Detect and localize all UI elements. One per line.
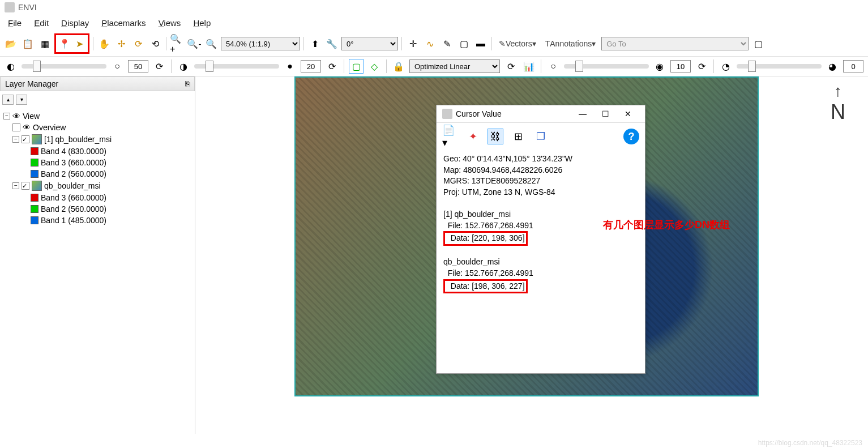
grid-icon[interactable]: ⊞	[510, 129, 526, 144]
expander-icon[interactable]: −	[12, 136, 19, 143]
reset2-icon[interactable]: ⟳	[324, 59, 339, 74]
checkbox[interactable]	[12, 123, 20, 131]
checkbox[interactable]	[22, 135, 29, 143]
roi-icon[interactable]: ▢	[456, 36, 471, 51]
sharp-end-icon: ◉	[652, 59, 667, 74]
expander-icon[interactable]: −	[3, 113, 10, 120]
wave-icon[interactable]: ∿	[422, 36, 437, 51]
compass-label: N	[831, 100, 845, 124]
menu-edit[interactable]: Edit	[34, 18, 49, 28]
transparency-slider[interactable]	[737, 64, 822, 69]
reset4-icon[interactable]: ⟳	[694, 59, 709, 74]
clipboard-icon[interactable]: 📋	[20, 36, 35, 51]
bright-end-icon: ○	[110, 59, 125, 74]
eye-icon[interactable]: 👁	[12, 112, 20, 121]
tree-layer2-node[interactable]: − qb_boulder_msi	[3, 180, 191, 192]
band-row[interactable]: Band 1 (485.0000)	[3, 215, 191, 226]
panel-header: Layer Manager ⎘	[0, 76, 195, 91]
fly-icon[interactable]: ✢	[114, 36, 129, 51]
vectors-dropdown[interactable]: ✎ Vectors ▾	[495, 36, 540, 51]
menu-file[interactable]: File	[8, 18, 22, 28]
extra-icon[interactable]: ▢	[751, 36, 766, 51]
proj-line: Proj: UTM, Zone 13 N, WGS-84	[443, 187, 638, 198]
band-row[interactable]: Band 2 (560.0000)	[3, 168, 191, 180]
band-blue-icon	[31, 170, 39, 178]
zoom-select[interactable]: 54.0% (1:1.9)	[221, 37, 300, 50]
pan-icon[interactable]: ✋	[97, 36, 112, 51]
reset1-icon[interactable]: ⟳	[152, 59, 166, 74]
separator	[93, 37, 93, 50]
band-row[interactable]: Band 3 (660.0000)	[3, 157, 191, 168]
band-label: Band 4 (830.0000)	[41, 147, 106, 156]
collapse-down-icon[interactable]: ▾	[16, 95, 27, 105]
tool-b-icon[interactable]: 🔧	[324, 36, 339, 51]
scale-icon[interactable]: ▬	[473, 36, 488, 51]
stack-icon[interactable]: ❐	[533, 129, 549, 144]
collapse-up-icon[interactable]: ▴	[2, 95, 14, 105]
image-canvas[interactable]: ↑ N Cursor Value — ☐ ✕ 📄▾ ✦ ⛓ ⊞ ❐ ? Geo:…	[195, 76, 868, 434]
menu-placemarks[interactable]: Placemarks	[101, 18, 146, 28]
panel-config-icon[interactable]: ⎘	[185, 79, 190, 88]
overview-label: Overview	[33, 123, 66, 132]
copy-icon[interactable]: 📄▾	[442, 129, 458, 144]
brightness-value[interactable]	[128, 60, 148, 72]
reset3-icon[interactable]: ⟳	[503, 59, 518, 74]
north-arrow: ↑ N	[831, 82, 845, 124]
extent2-icon[interactable]: ◇	[367, 59, 382, 74]
window-title: Cursor Value	[456, 109, 571, 118]
expander-icon[interactable]: −	[12, 182, 19, 189]
tool-a-icon[interactable]: ⬆	[307, 36, 322, 51]
menu-views[interactable]: Views	[159, 18, 181, 28]
cursor-value-readout: Geo: 40° 0'14.43"N,105° 13'34.23"W Map: …	[437, 150, 645, 348]
link-icon[interactable]: ⛓	[488, 129, 503, 144]
band-row[interactable]: Band 2 (560.0000)	[3, 203, 191, 215]
eye-icon[interactable]: 👁	[23, 123, 31, 132]
band-row[interactable]: Band 3 (660.0000)	[3, 192, 191, 203]
chip-icon[interactable]: ▦	[37, 36, 52, 51]
help-icon[interactable]: ?	[623, 129, 639, 144]
minimize-icon[interactable]: —	[571, 109, 594, 118]
arrow-icon[interactable]: ➤	[72, 36, 87, 51]
transparency-value[interactable]	[843, 60, 863, 72]
zoom-out-icon[interactable]: 🔍-	[187, 36, 202, 51]
crosshair-icon[interactable]: ✛	[405, 36, 420, 51]
sharpen-value[interactable]	[670, 60, 691, 72]
contrast-value[interactable]	[301, 60, 321, 72]
rotate-icon[interactable]: ⟳	[131, 36, 146, 51]
menu-help[interactable]: Help	[193, 18, 211, 28]
contrast-end-icon: ●	[283, 59, 297, 74]
zoom-in-icon[interactable]: 🔍+	[170, 36, 185, 51]
tree-overview-node[interactable]: 👁 Overview	[3, 122, 191, 133]
checkbox[interactable]	[22, 182, 29, 190]
dataset2-file: File: 152.7667,268.4991	[443, 268, 638, 279]
window-titlebar[interactable]: Cursor Value — ☐ ✕	[437, 105, 645, 123]
stretch-select[interactable]: Optimized Linear	[409, 59, 500, 73]
open-icon[interactable]: 📂	[3, 36, 18, 51]
separator	[303, 37, 304, 50]
band-green-icon	[31, 205, 39, 213]
tree-view-node[interactable]: − 👁 View	[3, 110, 191, 122]
close-icon[interactable]: ✕	[617, 109, 639, 118]
annotations-dropdown[interactable]: T Annotations ▾	[542, 36, 600, 51]
measure-icon[interactable]: ✎	[439, 36, 454, 51]
menu-display[interactable]: Display	[61, 18, 89, 28]
mgrs-line: MGRS: 13TDE8069528227	[443, 176, 638, 187]
hist-icon[interactable]: 📊	[521, 59, 536, 74]
extent1-icon[interactable]: ▢	[349, 59, 364, 74]
refresh-icon[interactable]: ⟲	[148, 36, 163, 51]
brightness-slider[interactable]	[22, 64, 106, 69]
lock-icon[interactable]: 🔒	[391, 59, 406, 74]
tree-layer1-node[interactable]: − [1] qb_boulder_msi	[3, 133, 191, 146]
goto-input[interactable]: Go To	[601, 37, 749, 50]
band-row[interactable]: Band 4 (830.0000)	[3, 146, 191, 157]
cursor-value-window[interactable]: Cursor Value — ☐ ✕ 📄▾ ✦ ⛓ ⊞ ❐ ? Geo: 40°…	[436, 105, 645, 374]
rotation-select[interactable]: 0°	[341, 37, 398, 50]
zoom-fit-icon[interactable]: 🔍	[204, 36, 219, 51]
contrast-slider[interactable]	[194, 64, 279, 69]
pin-icon[interactable]: 📍	[57, 36, 72, 51]
band-red-icon	[31, 147, 39, 155]
maximize-icon[interactable]: ☐	[594, 109, 617, 118]
sharpen-slider[interactable]	[564, 64, 649, 69]
arrow-icon: ↑	[831, 82, 845, 100]
target-icon[interactable]: ✦	[465, 129, 481, 144]
